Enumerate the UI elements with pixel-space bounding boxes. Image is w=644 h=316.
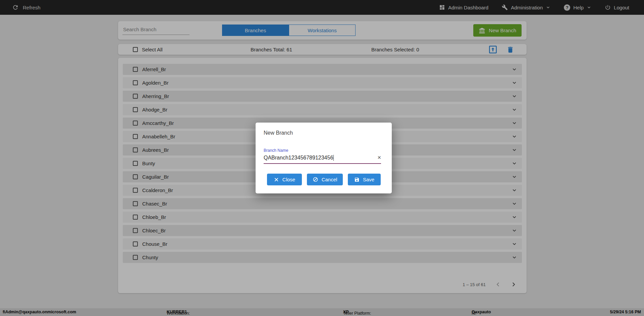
save-label: Save: [363, 177, 374, 182]
branch-name-input[interactable]: QABranch123456789123456 ×: [264, 153, 381, 162]
input-underline: [264, 163, 381, 164]
cancel-button[interactable]: Cancel: [307, 174, 343, 185]
close-x-icon: [274, 177, 279, 182]
clear-input-icon[interactable]: ×: [377, 154, 381, 161]
save-button[interactable]: Save: [348, 174, 381, 185]
branch-name-value: QABranch123456789123456: [264, 155, 333, 161]
new-branch-dialog: New Branch Branch Name QABranch123456789…: [256, 123, 392, 193]
branch-name-field-label: Branch Name: [264, 148, 288, 153]
dialog-title: New Branch: [264, 130, 293, 136]
cancel-icon: [313, 177, 318, 182]
save-icon: [354, 177, 360, 182]
text-cursor: [333, 155, 334, 161]
cancel-label: Cancel: [322, 177, 337, 182]
close-button[interactable]: Close: [267, 174, 302, 185]
close-label: Close: [282, 177, 295, 182]
